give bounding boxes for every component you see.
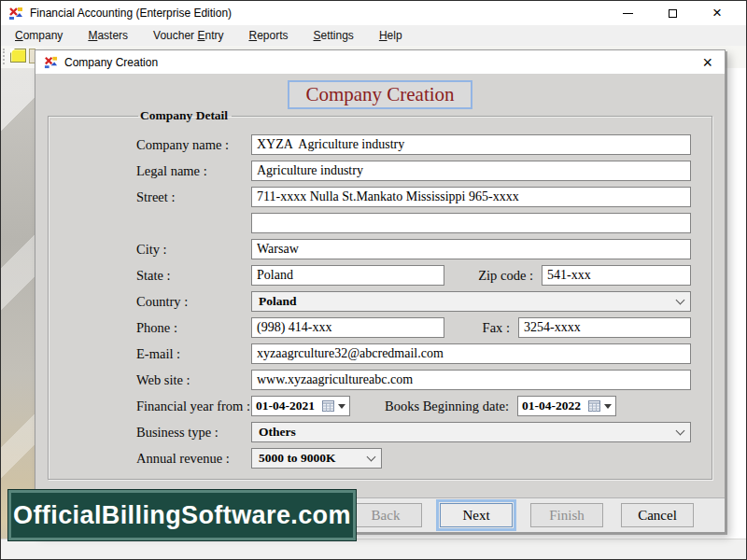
street2-input[interactable] bbox=[251, 213, 691, 233]
calendar-icon bbox=[322, 400, 334, 412]
annual-revenue-row: Annual revenue : 5000 to 9000K bbox=[136, 448, 691, 469]
website-input[interactable] bbox=[251, 370, 691, 390]
dropdown-caret-icon bbox=[604, 404, 612, 409]
country-row: Country : Poland bbox=[136, 291, 691, 312]
app-window: Financial Accounting (Enterprise Edition… bbox=[0, 0, 747, 560]
street-input[interactable] bbox=[251, 187, 691, 207]
state-zip-row: State : Zip code : bbox=[136, 265, 691, 286]
new-file-icon[interactable] bbox=[10, 49, 26, 63]
watermark-banner: OfficialBillingSoftware.com bbox=[8, 490, 356, 540]
zip-input[interactable] bbox=[542, 265, 691, 286]
menu-reports[interactable]: Reports bbox=[248, 29, 288, 42]
business-type-label: Business type : bbox=[136, 425, 251, 441]
cancel-button[interactable]: Cancel bbox=[621, 503, 694, 527]
email-input[interactable] bbox=[251, 343, 691, 364]
financial-year-row: Financial year from : 01-04-2021 Books B… bbox=[136, 396, 691, 416]
state-input[interactable] bbox=[251, 265, 444, 286]
annual-revenue-label: Annual revenue : bbox=[136, 451, 251, 467]
city-input[interactable] bbox=[251, 239, 691, 259]
country-value: Poland bbox=[259, 294, 297, 309]
financial-year-datepicker[interactable]: 01-04-2021 bbox=[251, 396, 350, 416]
business-type-value: Others bbox=[259, 425, 296, 440]
dialog-close-icon[interactable]: × bbox=[702, 54, 716, 71]
email-label: E-mail : bbox=[136, 346, 251, 362]
window-title: Financial Accounting (Enterprise Edition… bbox=[30, 7, 232, 20]
annual-revenue-value: 5000 to 9000K bbox=[259, 451, 336, 466]
country-select[interactable]: Poland bbox=[251, 291, 691, 312]
restore-icon[interactable] bbox=[666, 7, 679, 20]
chevron-down-icon bbox=[676, 426, 685, 435]
legal-name-label: Legal name : bbox=[136, 163, 251, 179]
fax-label: Fax : bbox=[483, 320, 518, 336]
dropdown-caret-icon bbox=[338, 404, 345, 409]
next-button[interactable]: Next bbox=[440, 503, 513, 527]
phone-label: Phone : bbox=[136, 320, 251, 336]
menu-masters[interactable]: Masters bbox=[88, 29, 128, 42]
books-date-datepicker[interactable]: 01-04-2022 bbox=[517, 396, 616, 416]
state-label: State : bbox=[136, 268, 251, 284]
country-label: Country : bbox=[136, 294, 251, 310]
workspace-background-left bbox=[1, 68, 35, 560]
website-row: Web site : bbox=[136, 370, 691, 390]
phone-input[interactable] bbox=[251, 317, 444, 338]
menu-voucher-entry[interactable]: Voucher Entry bbox=[153, 29, 223, 42]
window-titlebar: Financial Accounting (Enterprise Edition… bbox=[1, 1, 746, 25]
annual-revenue-select[interactable]: 5000 to 9000K bbox=[251, 448, 382, 469]
financial-year-value: 01-04-2021 bbox=[256, 399, 315, 413]
menu-help[interactable]: Help bbox=[379, 29, 402, 42]
legal-name-row: Legal name : bbox=[136, 161, 691, 181]
legal-name-input[interactable] bbox=[251, 161, 691, 181]
fax-input[interactable] bbox=[518, 317, 691, 338]
street2-row bbox=[136, 213, 691, 233]
financial-year-label: Financial year from : bbox=[136, 399, 251, 414]
back-button[interactable]: Back bbox=[349, 503, 422, 527]
email-row: E-mail : bbox=[136, 343, 691, 364]
website-label: Web site : bbox=[136, 372, 251, 388]
close-icon[interactable]: × bbox=[711, 7, 724, 20]
business-type-select[interactable]: Others bbox=[251, 422, 691, 442]
group-label: Company Detail bbox=[138, 108, 232, 123]
page-title: Company Creation bbox=[288, 80, 472, 109]
books-date-value: 01-04-2022 bbox=[522, 399, 581, 413]
dialog-title: Company Creation bbox=[64, 56, 158, 69]
business-type-row: Business type : Others bbox=[136, 422, 691, 442]
company-name-input[interactable] bbox=[251, 134, 691, 155]
dialog-icon bbox=[44, 55, 58, 69]
books-date-label: Books Beginning date: bbox=[385, 399, 517, 414]
minimize-icon[interactable] bbox=[621, 7, 634, 20]
zip-label: Zip code : bbox=[478, 268, 542, 284]
menu-settings[interactable]: Settings bbox=[314, 29, 354, 42]
chevron-down-icon bbox=[367, 452, 376, 461]
workspace-background-bottom bbox=[1, 539, 747, 559]
toolbar-drag-handle bbox=[3, 49, 5, 64]
street-row: Street : bbox=[136, 187, 691, 207]
window-controls: × bbox=[621, 7, 739, 20]
company-creation-dialog: Company Creation × Company Creation Comp… bbox=[35, 49, 726, 533]
city-label: City : bbox=[136, 242, 251, 258]
company-name-label: Company name : bbox=[136, 137, 251, 153]
menubar: Company Masters Voucher Entry Reports Se… bbox=[1, 25, 746, 46]
city-row: City : bbox=[136, 239, 691, 259]
calendar-icon bbox=[588, 400, 600, 412]
menu-company[interactable]: Company bbox=[15, 29, 63, 42]
company-detail-group: Company Detail Company name : Legal name… bbox=[48, 108, 712, 480]
dialog-titlebar: Company Creation × bbox=[35, 50, 725, 74]
chevron-down-icon bbox=[676, 295, 685, 304]
street-label: Street : bbox=[136, 189, 251, 205]
phone-fax-row: Phone : Fax : bbox=[136, 317, 691, 338]
app-logo-icon bbox=[8, 6, 23, 21]
finish-button[interactable]: Finish bbox=[530, 503, 603, 527]
company-name-row: Company name : bbox=[136, 134, 691, 155]
workspace-background-right bbox=[724, 46, 746, 540]
